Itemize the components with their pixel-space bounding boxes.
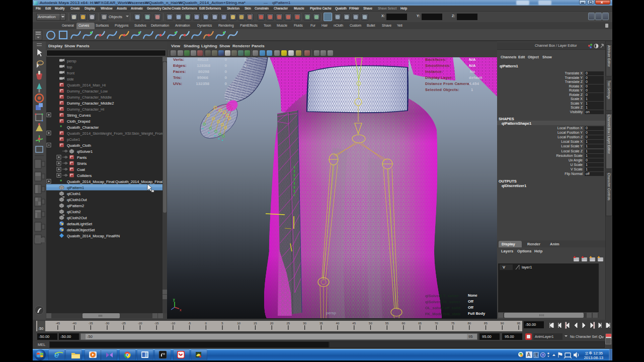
svg-text:-35: -35	[89, 322, 93, 325]
svg-text:Edges:: Edges:	[173, 63, 187, 68]
svg-text:defaultLightSet: defaultLightSet	[67, 222, 93, 226]
svg-text:-20: -20	[138, 322, 142, 325]
svg-text:Off: Off	[468, 299, 473, 304]
svg-text:4.454: 4.454	[469, 81, 479, 86]
svg-text:80298: 80298	[198, 69, 210, 74]
svg-text:*: *	[60, 124, 62, 130]
svg-text:40: 40	[336, 322, 340, 325]
svg-text:Selected Objects:: Selected Objects:	[425, 87, 459, 92]
svg-text:80: 80	[467, 322, 471, 325]
svg-text:qlCloth1Out: qlCloth1Out	[67, 198, 88, 202]
svg-text:70: 70	[435, 322, 438, 325]
svg-text:Smoothness:: Smoothness:	[425, 63, 451, 68]
svg-text:qlSolver1 T_solver: qlSolver1 T_solver	[425, 294, 459, 298]
svg-text:Qualoth_Cloth: Qualoth_Cloth	[67, 143, 91, 148]
svg-text:Dummy_Character_Hi: Dummy_Character_Hi	[67, 107, 105, 112]
svg-text:N/A: N/A	[469, 63, 476, 68]
svg-text:漢: 漢	[534, 352, 538, 357]
svg-text:75: 75	[451, 322, 455, 325]
svg-text:Dummy_Character_Middle: Dummy_Character_Middle	[67, 95, 112, 100]
svg-text:0: 0	[225, 81, 227, 86]
svg-text:No: No	[470, 69, 475, 74]
svg-text:Display Layer:: Display Layer:	[425, 75, 453, 80]
svg-text:Coat: Coat	[77, 167, 86, 172]
svg-text:95: 95	[517, 322, 521, 325]
svg-text:Pants: Pants	[77, 155, 87, 160]
svg-text:95066: 95066	[197, 75, 209, 80]
svg-text:Tris:: Tris:	[173, 75, 182, 80]
svg-text:Dummy_Character_Low: Dummy_Character_Low	[67, 89, 108, 94]
svg-text:65: 65	[418, 322, 422, 325]
svg-text:0: 0	[225, 57, 227, 62]
svg-text:y: y	[173, 298, 175, 302]
svg-text:qlCloth1: qlCloth1	[67, 192, 81, 196]
svg-text:20: 20	[270, 322, 274, 325]
svg-text:Qualoth_2014_SkinWeight_From_X: Qualoth_2014_SkinWeight_From_XSI:Skin_We…	[67, 131, 163, 136]
svg-text:-5: -5	[188, 322, 191, 325]
svg-text:-50: -50	[38, 327, 43, 330]
svg-text:qlCloth2Out: qlCloth2Out	[67, 216, 88, 220]
svg-text:오후 12:35: 오후 12:35	[585, 351, 603, 355]
svg-text:35: 35	[319, 322, 323, 325]
svg-text:Backfaces:: Backfaces:	[425, 57, 447, 62]
svg-text:-10: -10	[171, 322, 175, 325]
svg-text:Qualoth_2014_Mocap_Final:Qualo: Qualoth_2014_Mocap_Final:Qualoth_2014_Mo…	[67, 179, 163, 184]
svg-text:String_Curves: String_Curves	[67, 113, 91, 118]
svg-text:qlPattern2: qlPattern2	[67, 204, 84, 208]
svg-text:qlPattern1: qlPattern1	[67, 186, 84, 190]
svg-text:1: 1	[471, 87, 473, 92]
svg-text:Full Body: Full Body	[468, 311, 486, 316]
svg-text:Colliders: Colliders	[77, 173, 92, 178]
svg-text:0: 0	[225, 69, 227, 74]
svg-text:Qualoth_Character: Qualoth_Character	[67, 125, 99, 130]
svg-text:*: *	[60, 178, 62, 185]
svg-text:None: None	[468, 293, 477, 298]
svg-text:top: top	[67, 65, 72, 69]
svg-text:Shirts: Shirts	[77, 161, 87, 166]
svg-text:persp: persp	[67, 59, 76, 63]
svg-text:0: 0	[225, 75, 227, 80]
svg-text:30: 30	[303, 322, 306, 325]
svg-text:qlCloth2: qlCloth2	[67, 210, 81, 214]
svg-text:persp: persp	[326, 311, 337, 315]
svg-text:OL_solver off_solid: OL_solver off_solid	[425, 306, 460, 310]
svg-text:45: 45	[352, 322, 356, 325]
svg-text:FK_Mode fbik_state: FK_Mode fbik_state	[425, 312, 461, 316]
svg-text:90: 90	[501, 322, 504, 325]
svg-text:15: 15	[254, 322, 257, 325]
svg-text:side: side	[67, 77, 74, 81]
svg-text:qlSolver1: qlSolver1	[77, 149, 93, 154]
svg-text:Verts:: Verts:	[173, 57, 184, 62]
svg-text:128368: 128368	[197, 63, 210, 68]
svg-text:-45: -45	[55, 322, 60, 325]
svg-text:N/A: N/A	[469, 57, 476, 62]
svg-text:e: e	[54, 350, 59, 359]
svg-text:Faces:: Faces:	[173, 69, 186, 74]
svg-text:-30: -30	[105, 322, 110, 325]
svg-text:pCube1: pCube1	[67, 137, 80, 142]
svg-text:85: 85	[484, 322, 488, 325]
svg-text:qlSolver3 IK_solver: qlSolver3 IK_solver	[425, 300, 460, 304]
svg-text:Dummy_Character_Middle2: Dummy_Character_Middle2	[67, 101, 114, 106]
svg-text:?: ?	[542, 353, 544, 357]
svg-text:Qualoth_2014_Mocap_FinalRN: Qualoth_2014_Mocap_FinalRN	[67, 234, 120, 238]
svg-text:A: A	[527, 352, 531, 357]
svg-text:UVs:: UVs:	[173, 81, 182, 86]
svg-text:Qualoth_2014_Man_Hi: Qualoth_2014_Man_Hi	[67, 83, 106, 87]
svg-text:60: 60	[401, 322, 405, 325]
svg-text:Distance From Camera:: Distance From Camera:	[425, 81, 471, 86]
svg-text:0: 0	[245, 63, 247, 68]
svg-text:10: 10	[237, 322, 240, 325]
svg-text:132358: 132358	[196, 81, 209, 86]
svg-text:Off: Off	[468, 305, 473, 310]
svg-text:-15: -15	[154, 322, 159, 325]
svg-text:0: 0	[245, 57, 247, 62]
svg-text:25: 25	[286, 322, 290, 325]
svg-text:50: 50	[369, 322, 372, 325]
svg-text:Cloth_Draped: Cloth_Draped	[67, 119, 90, 124]
svg-text:49113: 49113	[197, 57, 208, 62]
svg-text:front: front	[67, 71, 75, 75]
svg-text:x: x	[180, 308, 182, 312]
svg-text:Instance:: Instance:	[425, 69, 443, 74]
svg-text:-25: -25	[121, 322, 126, 325]
